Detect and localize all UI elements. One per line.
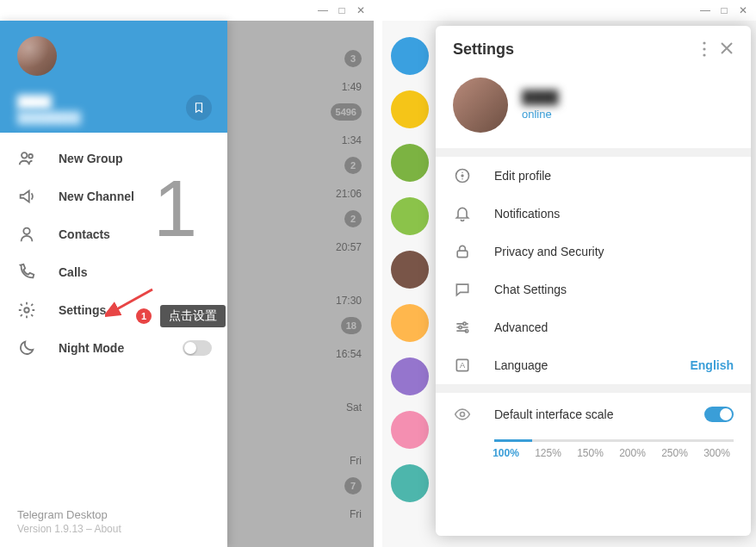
settings-item-label: Advanced — [494, 320, 548, 334]
settings-item-label: Edit profile — [494, 169, 551, 183]
separator — [436, 384, 751, 393]
scale-option[interactable]: 150% — [573, 447, 607, 459]
svg-point-0 — [22, 152, 27, 158]
avatar — [391, 411, 429, 449]
settings-item-label: Privacy and Security — [494, 245, 604, 258]
settings-item-value: English — [690, 358, 734, 372]
window-titlebar: — □ ✕ — [0, 0, 374, 21]
settings-item-label: Chat Settings — [494, 283, 567, 296]
saved-messages-button[interactable] — [186, 95, 212, 121]
settings-item-lang[interactable]: A Language English — [436, 346, 751, 384]
drawer-header: ████ ████████ — [0, 21, 227, 133]
window-maximize[interactable]: □ — [336, 4, 348, 16]
eye-icon — [453, 405, 472, 424]
menu-label: New Group — [59, 152, 123, 165]
settings-icon — [17, 301, 36, 320]
settings-header: Settings — [436, 26, 751, 72]
menu-label: Contacts — [59, 227, 110, 241]
svg-point-1 — [28, 154, 33, 159]
main-drawer: ████ ████████ New Group New Channel Cont… — [0, 21, 227, 547]
settings-title: Settings — [453, 40, 514, 59]
avatar — [453, 78, 508, 133]
edit-icon — [453, 166, 472, 185]
scale-label: Default interface scale — [494, 407, 614, 421]
avatar — [391, 90, 429, 128]
settings-item-advanced[interactable]: Advanced — [436, 308, 751, 346]
avatar — [391, 144, 429, 182]
scale-slider[interactable] — [494, 439, 734, 442]
avatar — [391, 37, 429, 75]
drawer-phone: ████████ — [17, 111, 81, 124]
avatar — [391, 304, 429, 342]
menu-label: Settings — [59, 303, 106, 317]
channel-icon — [17, 187, 36, 206]
avatar — [391, 251, 429, 289]
scale-option[interactable]: 125% — [531, 447, 565, 459]
window-minimize[interactable]: — — [317, 4, 329, 16]
settings-panel: Settings ████ online Edit profile Notifi… — [436, 26, 751, 536]
more-icon[interactable] — [703, 41, 706, 57]
profile-name: ████ — [522, 90, 559, 104]
svg-text:A: A — [460, 361, 466, 370]
interface-scale-section: Default interface scale 100%125%150%200%… — [436, 393, 751, 468]
avatar — [391, 197, 429, 235]
bell-icon — [453, 204, 472, 223]
settings-item-label: Language — [494, 358, 548, 372]
contacts-icon — [17, 225, 36, 244]
calls-icon — [17, 263, 36, 282]
svg-point-15 — [461, 413, 465, 417]
avatar — [391, 464, 429, 502]
settings-profile[interactable]: ████ online — [436, 72, 751, 148]
profile-status: online — [522, 108, 559, 121]
svg-rect-9 — [457, 251, 468, 258]
svg-point-11 — [459, 326, 462, 328]
avatar — [391, 357, 429, 395]
separator — [436, 148, 751, 157]
lang-icon: A — [453, 356, 472, 375]
svg-point-8 — [462, 175, 463, 177]
close-icon[interactable] — [720, 41, 734, 57]
settings-item-bell[interactable]: Notifications — [436, 195, 751, 233]
app-name: Telegram Desktop — [17, 508, 121, 521]
drawer-username: ████ — [17, 95, 52, 109]
menu-label: Night Mode — [59, 341, 124, 355]
menu-label: Calls — [59, 265, 87, 279]
chat-icon — [453, 280, 472, 299]
scale-option[interactable]: 100% — [489, 447, 523, 459]
scale-option[interactable]: 300% — [700, 447, 734, 459]
night-mode-toggle[interactable] — [183, 340, 212, 356]
svg-point-6 — [703, 53, 705, 56]
menu-label: New Channel — [59, 190, 134, 203]
annotation-badge: 1 — [136, 308, 152, 324]
scale-toggle[interactable] — [704, 407, 734, 422]
svg-point-5 — [703, 47, 705, 50]
group-icon — [17, 149, 36, 168]
app-version[interactable]: Version 1.9.13 – About — [17, 523, 121, 535]
bookmark-icon — [193, 102, 205, 114]
menu-item-night[interactable]: Night Mode — [0, 329, 227, 367]
night-icon — [17, 339, 36, 357]
annotation-callout: 点击设置 — [160, 305, 226, 327]
svg-point-10 — [463, 322, 466, 325]
settings-item-label: Notifications — [494, 207, 560, 221]
window-maximize[interactable]: □ — [718, 4, 730, 16]
window-close[interactable]: ✕ — [737, 4, 749, 16]
settings-item-lock[interactable]: Privacy and Security — [436, 233, 751, 270]
window-titlebar: — □ ✕ — [382, 0, 756, 21]
scale-option[interactable]: 250% — [658, 447, 691, 459]
menu-item-contacts[interactable]: Contacts — [0, 215, 227, 253]
svg-point-4 — [703, 41, 705, 44]
svg-point-2 — [23, 228, 29, 234]
drawer-footer: Telegram Desktop Version 1.9.13 – About — [17, 508, 121, 535]
menu-item-channel[interactable]: New Channel — [0, 177, 227, 215]
avatar[interactable] — [17, 36, 57, 76]
scale-option[interactable]: 200% — [616, 447, 649, 459]
lock-icon — [453, 242, 472, 261]
settings-item-chat[interactable]: Chat Settings — [436, 270, 751, 308]
window-close[interactable]: ✕ — [355, 4, 367, 16]
menu-item-group[interactable]: New Group — [0, 140, 227, 177]
window-minimize[interactable]: — — [699, 4, 711, 16]
advanced-icon — [453, 318, 472, 337]
settings-item-edit[interactable]: Edit profile — [436, 157, 751, 195]
menu-item-calls[interactable]: Calls — [0, 253, 227, 291]
